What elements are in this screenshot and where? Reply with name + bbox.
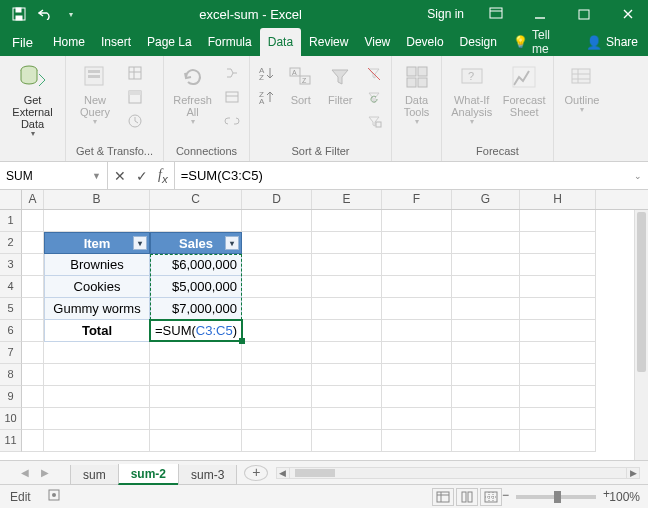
view-normal-icon[interactable] — [432, 488, 454, 506]
row-header-5[interactable]: 5 — [0, 298, 22, 320]
filter-dropdown-icon[interactable]: ▾ — [225, 236, 239, 250]
name-box[interactable]: ▼ — [0, 162, 108, 189]
sheet-tab-sum[interactable]: sum — [70, 465, 119, 485]
hscroll-right-icon[interactable]: ▶ — [626, 467, 640, 479]
hscroll-left-icon[interactable]: ◀ — [276, 467, 290, 479]
cell-B5[interactable]: Gummy worms — [44, 298, 150, 320]
tab-review[interactable]: Review — [301, 28, 356, 56]
cell-C5[interactable]: $7,000,000 — [150, 298, 242, 320]
cell-B4[interactable]: Cookies — [44, 276, 150, 298]
undo-icon[interactable] — [34, 3, 56, 25]
qat-customize-icon[interactable]: ▾ — [60, 3, 82, 25]
enter-formula-icon[interactable]: ✓ — [136, 168, 148, 184]
sheet-tab-sum-2[interactable]: sum-2 — [118, 464, 179, 485]
row-header-2[interactable]: 2 — [0, 232, 22, 254]
cell-C3[interactable]: $6,000,000 — [150, 254, 242, 276]
tab-developer[interactable]: Develo — [398, 28, 451, 56]
name-box-dropdown-icon[interactable]: ▼ — [92, 171, 101, 181]
minimize-icon[interactable] — [520, 0, 560, 28]
tab-view[interactable]: View — [356, 28, 398, 56]
zoom-thumb[interactable] — [554, 491, 561, 503]
reapply-icon[interactable] — [363, 86, 385, 108]
get-external-data-button[interactable]: Get External Data ▾ — [6, 58, 59, 138]
zoom-percent[interactable]: 100% — [604, 490, 648, 504]
save-icon[interactable] — [8, 3, 30, 25]
vertical-scrollbar[interactable] — [634, 210, 648, 460]
macro-record-icon[interactable] — [41, 488, 67, 505]
row-header-11[interactable]: 11 — [0, 430, 22, 452]
new-query-button[interactable]: New Query ▾ — [72, 58, 118, 126]
new-sheet-button[interactable]: + — [244, 465, 268, 481]
tab-data[interactable]: Data — [260, 28, 301, 56]
col-header-G[interactable]: G — [452, 190, 520, 209]
cell-C4[interactable]: $5,000,000 — [150, 276, 242, 298]
refresh-all-button[interactable]: Refresh All ▾ — [170, 58, 215, 126]
clear-filter-icon[interactable] — [363, 62, 385, 84]
zoom-slider[interactable] — [516, 495, 596, 499]
sort-button[interactable]: AZ Sort — [284, 58, 318, 106]
tab-file[interactable]: File — [0, 28, 45, 56]
fx-icon[interactable]: fx — [158, 167, 168, 185]
cell-B3[interactable]: Brownies — [44, 254, 150, 276]
cell-B6[interactable]: Total — [44, 320, 150, 342]
tab-page-layout[interactable]: Page La — [139, 28, 200, 56]
horizontal-scrollbar[interactable]: ◀ ▶ — [276, 467, 640, 479]
sheet-nav[interactable]: ◀▶ — [0, 467, 70, 478]
col-header-E[interactable]: E — [312, 190, 382, 209]
signin-link[interactable]: Sign in — [419, 7, 472, 21]
cancel-formula-icon[interactable]: ✕ — [114, 168, 126, 184]
view-page-layout-icon[interactable] — [456, 488, 478, 506]
col-header-H[interactable]: H — [520, 190, 596, 209]
sheet-nav-prev-icon[interactable]: ◀ — [21, 467, 29, 478]
cell-area[interactable]: 1 2 Item▾ Sales▾ 3 Brownies $6,000,000 4… — [0, 210, 648, 460]
row-header-8[interactable]: 8 — [0, 364, 22, 386]
recent-sources-icon[interactable] — [124, 110, 146, 132]
col-header-D[interactable]: D — [242, 190, 312, 209]
col-header-F[interactable]: F — [382, 190, 452, 209]
sort-desc-icon[interactable]: ZA — [256, 86, 278, 108]
filter-dropdown-icon[interactable]: ▾ — [133, 236, 147, 250]
row-header-3[interactable]: 3 — [0, 254, 22, 276]
row-header-6[interactable]: 6 — [0, 320, 22, 342]
select-all-corner[interactable] — [0, 190, 22, 209]
row-header-10[interactable]: 10 — [0, 408, 22, 430]
what-if-button[interactable]: ? What-If Analysis ▾ — [448, 58, 495, 126]
row-header-1[interactable]: 1 — [0, 210, 22, 232]
maximize-icon[interactable] — [564, 0, 604, 28]
name-box-input[interactable] — [6, 169, 86, 183]
expand-formula-bar-icon[interactable]: ⌄ — [628, 162, 648, 189]
forecast-sheet-button[interactable]: Forecast Sheet — [501, 58, 547, 118]
show-queries-icon[interactable] — [124, 62, 146, 84]
ribbon-options-icon[interactable] — [476, 0, 516, 28]
cell-C6-editing[interactable]: =SUM(C3:C5) — [150, 320, 242, 342]
formula-input[interactable] — [175, 168, 628, 183]
table-header-sales[interactable]: Sales▾ — [150, 232, 242, 254]
filter-button[interactable]: Filter — [324, 58, 358, 106]
tell-me-search[interactable]: 💡 Tell me — [505, 28, 576, 56]
tab-design[interactable]: Design — [452, 28, 505, 56]
close-icon[interactable] — [608, 0, 648, 28]
col-header-B[interactable]: B — [44, 190, 150, 209]
row-header-7[interactable]: 7 — [0, 342, 22, 364]
horizontal-scroll-thumb[interactable] — [295, 469, 335, 477]
data-tools-button[interactable]: Data Tools ▾ — [398, 58, 435, 126]
tab-formulas[interactable]: Formula — [200, 28, 260, 56]
vertical-scroll-thumb[interactable] — [637, 212, 646, 372]
connections-icon[interactable] — [221, 62, 243, 84]
view-page-break-icon[interactable] — [480, 488, 502, 506]
table-header-item[interactable]: Item▾ — [44, 232, 150, 254]
outline-button[interactable]: Outline ▾ — [560, 58, 604, 114]
advanced-filter-icon[interactable] — [363, 110, 385, 132]
edit-links-icon[interactable] — [221, 110, 243, 132]
col-header-C[interactable]: C — [150, 190, 242, 209]
share-button[interactable]: 👤 Share — [576, 28, 648, 56]
col-header-A[interactable]: A — [22, 190, 44, 209]
sheet-nav-next-icon[interactable]: ▶ — [41, 467, 49, 478]
tab-home[interactable]: Home — [45, 28, 93, 56]
row-header-9[interactable]: 9 — [0, 386, 22, 408]
tab-insert[interactable]: Insert — [93, 28, 139, 56]
sheet-tab-sum-3[interactable]: sum-3 — [178, 465, 237, 485]
from-table-icon[interactable] — [124, 86, 146, 108]
properties-icon[interactable] — [221, 86, 243, 108]
sort-asc-icon[interactable]: AZ — [256, 62, 278, 84]
